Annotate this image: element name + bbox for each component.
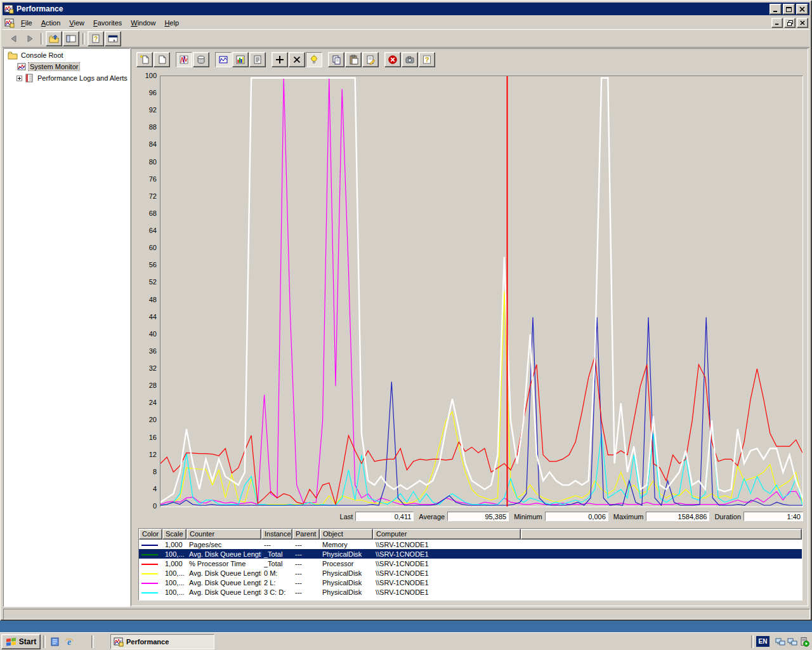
y-axis-tick: 72	[133, 192, 157, 200]
y-axis-tick: 32	[133, 364, 157, 372]
add-counters-button[interactable]	[272, 52, 288, 67]
counter-color-swatch	[141, 564, 158, 565]
system-monitor-toolbar: ?	[136, 52, 436, 67]
view-graph-button[interactable]	[215, 52, 232, 67]
up-one-level-button[interactable]	[46, 31, 62, 46]
tree-item-label: Console Root	[20, 51, 65, 59]
title-bar[interactable]: Performance	[3, 3, 809, 15]
help-topics-button[interactable]: ?	[88, 31, 104, 46]
y-axis-tick: 84	[133, 140, 157, 148]
minimum-value: 0,006	[545, 512, 608, 521]
server-status-icon[interactable]	[799, 636, 809, 647]
legend-column-computer[interactable]: Computer	[373, 529, 521, 540]
performance-window: Performance FileActionViewFavoritesWindo…	[0, 0, 812, 621]
maximum-value: 1584,886	[646, 512, 709, 521]
y-axis-tick: 12	[133, 451, 157, 458]
mdi-minimize-button[interactable]	[771, 18, 783, 28]
forward-button[interactable]	[22, 32, 37, 46]
taskbar-separator	[43, 635, 46, 648]
legend-counter-row[interactable]: 100,... Avg. Disk Queue Length 0 M: --- …	[139, 568, 802, 578]
y-axis-tick: 36	[133, 347, 157, 355]
new-window-button[interactable]	[105, 31, 121, 46]
close-button[interactable]	[796, 4, 808, 15]
menu-item-help[interactable]: Help	[160, 17, 183, 29]
minimize-button[interactable]	[769, 4, 782, 15]
toolbar-separator	[41, 33, 43, 44]
svg-text:?: ?	[94, 36, 98, 43]
y-axis-tick: 76	[133, 175, 157, 183]
mdi-close-button[interactable]	[797, 18, 808, 28]
tree-item-console-root[interactable]: Console Root	[4, 50, 129, 60]
windows-flag-icon	[6, 637, 17, 646]
tree-item-performance-logs-and-alerts[interactable]: Performance Logs and Alerts	[4, 73, 129, 83]
system-monitor-view: ? 10096928884807672686460565248444036322…	[131, 48, 808, 606]
duration-label: Duration	[714, 513, 741, 521]
performance-task-button[interactable]: Performance	[110, 634, 214, 649]
y-axis-tick: 96	[133, 89, 157, 96]
value-bar: Last 0,411 Average 95,385 Minimum 0,006 …	[160, 511, 803, 522]
menu-item-view[interactable]: View	[65, 17, 89, 29]
y-axis-tick: 8	[133, 468, 157, 475]
copy-properties-button[interactable]	[328, 52, 344, 67]
menu-item-action[interactable]: Action	[37, 17, 65, 29]
counter-color-swatch	[141, 545, 158, 546]
expand-plus-icon[interactable]	[16, 76, 22, 81]
minimum-label: Minimum	[514, 513, 542, 521]
legend-counter-row[interactable]: 100,... Avg. Disk Queue Length 3 C: D: -…	[139, 587, 802, 597]
main-toolbar: ?	[3, 30, 809, 48]
network-status-icon[interactable]	[787, 636, 797, 647]
help-button[interactable]: ?	[419, 52, 435, 67]
start-button[interactable]: Start	[1, 634, 41, 649]
chart-plot-area	[160, 76, 803, 507]
legend-header-filler	[521, 529, 802, 540]
tree-item-system-monitor[interactable]: System Monitor	[4, 62, 129, 72]
view-histogram-button[interactable]	[232, 52, 249, 67]
mdi-restore-button[interactable]	[784, 18, 796, 28]
language-indicator[interactable]: EN	[756, 636, 769, 647]
view-report-button[interactable]	[249, 52, 266, 67]
legend-counter-row[interactable]: 1,000 % Processor Time _Total --- Proces…	[139, 559, 802, 568]
menu-item-file[interactable]: File	[16, 17, 37, 29]
y-axis-tick: 48	[133, 296, 157, 303]
last-value: 0,411	[355, 512, 414, 521]
freeze-display-button[interactable]	[384, 52, 401, 67]
y-axis-tick: 100	[133, 72, 157, 79]
delete-counter-button[interactable]	[289, 52, 305, 67]
legend-header: ColorScaleCounterInstanceParentObjectCom…	[139, 529, 802, 540]
highlight-button[interactable]	[306, 52, 322, 67]
legend-column-scale[interactable]: Scale	[162, 529, 187, 540]
y-axis-tick: 52	[133, 278, 157, 286]
legend-column-instance[interactable]: Instance	[261, 529, 292, 540]
y-axis-tick: 60	[133, 244, 157, 251]
y-axis-tick: 4	[133, 485, 157, 493]
show-hide-console-tree-button[interactable]	[63, 31, 79, 46]
internet-explorer-icon[interactable]: e	[63, 635, 75, 648]
legend-column-parent[interactable]: Parent	[292, 529, 320, 540]
toolbar-separator	[82, 33, 85, 44]
view-log-data-button[interactable]	[193, 52, 209, 67]
legend-column-object[interactable]: Object	[320, 529, 373, 540]
quick-launch-app-icon[interactable]	[49, 635, 62, 648]
y-axis-tick: 56	[133, 261, 157, 269]
legend-column-color[interactable]: Color	[139, 529, 162, 540]
legend-counter-row[interactable]: 100,... Avg. Disk Queue Length _Total --…	[139, 549, 802, 559]
legend-counter-row[interactable]: 1,000 Pages/sec --- --- Memory \\SRV-1CN…	[139, 540, 802, 549]
paste-counter-list-button[interactable]	[345, 52, 362, 67]
back-button[interactable]	[6, 32, 22, 46]
mdi-system-icon[interactable]	[4, 18, 15, 28]
legend-column-counter[interactable]: Counter	[187, 529, 261, 540]
task-icon	[114, 637, 124, 647]
legend-counter-row[interactable]: 100,... Avg. Disk Queue Length 2 L: --- …	[139, 578, 802, 587]
task-label: Performance	[126, 638, 169, 646]
chart-svg	[160, 76, 802, 507]
menu-item-favorites[interactable]: Favorites	[89, 17, 126, 29]
maximize-button[interactable]	[783, 4, 795, 15]
counter-color-swatch	[141, 592, 158, 594]
average-label: Average	[419, 513, 445, 521]
menu-item-window[interactable]: Window	[126, 17, 160, 29]
view-current-activity-button[interactable]	[176, 52, 192, 67]
update-data-button[interactable]	[402, 52, 418, 67]
series-avg-disk-queue-length-2-l-	[160, 78, 802, 505]
network-status-icon[interactable]	[775, 636, 785, 647]
properties-button[interactable]	[362, 52, 379, 67]
